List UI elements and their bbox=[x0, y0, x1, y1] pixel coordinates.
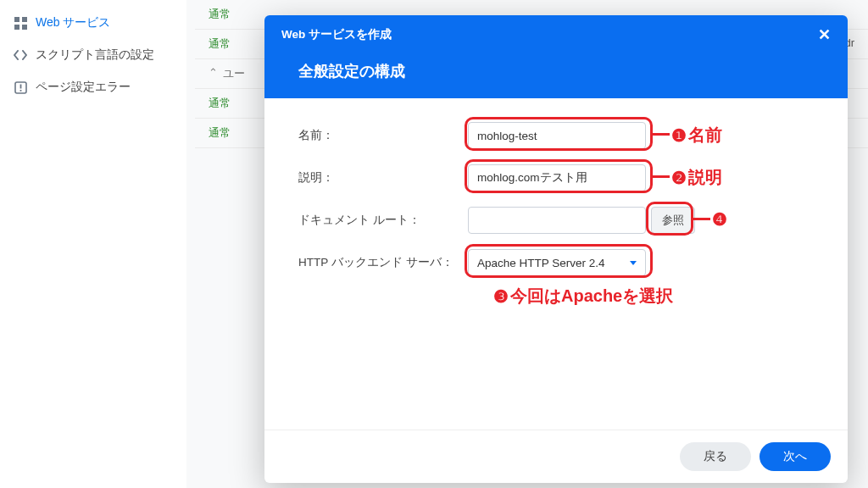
sidebar-item-web-services[interactable]: Web サービス bbox=[0, 7, 186, 39]
sidebar-item-label: スクリプト言語の設定 bbox=[36, 47, 154, 63]
backend-select[interactable]: Apache HTTP Server 2.4 bbox=[468, 249, 646, 276]
status-text: 通常 bbox=[209, 125, 231, 141]
svg-rect-3 bbox=[22, 25, 27, 30]
field-row-backend: HTTP バックエンド サーバ： Apache HTTP Server 2.4 bbox=[298, 249, 814, 276]
back-button[interactable]: 戻る bbox=[680, 442, 751, 471]
anno-num-3: ❸ bbox=[493, 286, 509, 307]
modal-title: Web サービスを作成 bbox=[281, 27, 392, 42]
browse-button[interactable]: 参照 bbox=[651, 207, 695, 234]
status-text: 通常 bbox=[209, 7, 231, 22]
anno-line-1 bbox=[653, 133, 670, 136]
docroot-label: ドキュメント ルート： bbox=[298, 213, 468, 228]
anno-num-1: ❶ bbox=[671, 125, 687, 146]
field-row-docroot: ドキュメント ルート： 参照 bbox=[298, 207, 814, 234]
backend-value: Apache HTTP Server 2.4 bbox=[477, 257, 605, 269]
close-icon[interactable]: ✕ bbox=[818, 25, 831, 44]
status-text: 通常 bbox=[209, 96, 231, 111]
svg-rect-1 bbox=[22, 17, 27, 22]
modal-subtitle: 全般設定の構成 bbox=[264, 54, 848, 98]
name-input[interactable] bbox=[468, 122, 646, 149]
anno-text-2: 説明 bbox=[688, 166, 722, 189]
grid-icon bbox=[14, 16, 27, 30]
anno-line-2 bbox=[653, 175, 670, 178]
code-icon bbox=[14, 48, 27, 62]
sidebar-item-label: Web サービス bbox=[36, 15, 110, 30]
sidebar: Web サービス スクリプト言語の設定 ページ設定エラー bbox=[0, 0, 186, 488]
warning-icon bbox=[14, 80, 27, 94]
desc-input[interactable] bbox=[468, 164, 646, 191]
caret-down-icon bbox=[630, 261, 637, 265]
modal-header: Web サービスを作成 ✕ bbox=[264, 15, 848, 54]
annotation-3: ❸今回はApacheを選択 bbox=[493, 285, 673, 308]
svg-rect-6 bbox=[19, 90, 21, 92]
name-label: 名前： bbox=[298, 128, 468, 143]
field-row-desc: 説明： bbox=[298, 164, 814, 191]
annotation-1: ❶名前 bbox=[671, 124, 722, 147]
annotation-2: ❷説明 bbox=[671, 166, 722, 189]
anno-num-4: ❹ bbox=[712, 209, 727, 230]
sidebar-item-page-errors[interactable]: ページ設定エラー bbox=[0, 71, 186, 103]
desc-label: 説明： bbox=[298, 170, 468, 186]
docroot-input[interactable] bbox=[468, 207, 646, 234]
chevron-down-icon: ⌃ bbox=[209, 66, 218, 81]
anno-text-3: 今回はApacheを選択 bbox=[510, 285, 673, 308]
svg-rect-2 bbox=[14, 25, 19, 30]
field-row-name: 名前： bbox=[298, 122, 814, 149]
modal-footer: 戻る 次へ bbox=[264, 430, 848, 483]
annotation-4: ❹ bbox=[712, 209, 727, 230]
backend-label: HTTP バックエンド サーバ： bbox=[298, 255, 468, 270]
sidebar-item-script-lang[interactable]: スクリプト言語の設定 bbox=[0, 39, 186, 71]
anno-num-2: ❷ bbox=[671, 168, 687, 188]
svg-rect-5 bbox=[19, 84, 21, 88]
create-service-modal: Web サービスを作成 ✕ 全般設定の構成 名前： 説明： ドキュメント ルート… bbox=[264, 15, 848, 483]
anno-line-4 bbox=[693, 218, 710, 220]
expand-text: ユー bbox=[223, 66, 245, 81]
modal-body: 名前： 説明： ドキュメント ルート： 参照 HTTP バックエンド サーバ： … bbox=[264, 98, 848, 430]
next-button[interactable]: 次へ bbox=[760, 442, 831, 471]
anno-text-1: 名前 bbox=[688, 124, 722, 147]
status-text: 通常 bbox=[209, 36, 231, 52]
sidebar-item-label: ページ設定エラー bbox=[36, 80, 131, 95]
svg-rect-0 bbox=[14, 17, 19, 22]
